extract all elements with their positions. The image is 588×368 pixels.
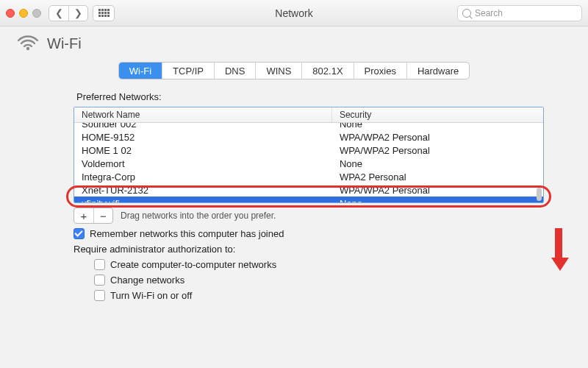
tab-bar: Wi-FiTCP/IPDNSWINS802.1XProxiesHardware [0,62,588,79]
tab-hardware[interactable]: Hardware [406,63,469,79]
show-all-button[interactable] [93,5,115,21]
grid-icon [98,9,110,17]
search-input[interactable]: Search [457,5,582,21]
back-button[interactable]: ❮ [49,6,68,21]
forward-button[interactable]: ❯ [68,6,87,21]
table-row[interactable]: HOME-9152WPA/WPA2 Personal [74,130,543,144]
cell-network-name: Sounder 002 [74,123,332,130]
preferred-networks-label: Preferred Networks: [76,91,544,102]
change-networks-checkbox[interactable] [94,275,105,286]
table-row[interactable]: VoldemortNone [74,157,543,170]
change-networks-label: Change networks [110,275,184,286]
create-adhoc-row[interactable]: Create computer-to-computer networks [94,259,544,270]
tab-wins[interactable]: WINS [255,63,301,79]
tab-wifi[interactable]: Wi-Fi [119,63,162,79]
titlebar: ❮ ❯ Network Search [0,0,588,26]
column-network-name[interactable]: Network Name [74,107,332,122]
remember-checkbox-row[interactable]: Remember networks this computer has join… [74,228,544,239]
preferred-networks-wrap: Network Name Security Sounder 002NoneHOM… [74,107,544,203]
cell-security: WPA/WPA2 Personal [332,145,543,156]
create-adhoc-checkbox[interactable] [94,259,105,270]
table-row[interactable]: xfinitywifiNone [74,197,543,202]
column-security[interactable]: Security [332,107,543,122]
toggle-wifi-checkbox[interactable] [94,290,105,301]
cell-network-name: xfinitywifi [74,198,332,203]
zoom-icon[interactable] [32,9,41,18]
add-remove-row: + − Drag networks into the order you pre… [74,208,544,224]
cell-network-name: Integra-Corp [74,171,332,183]
tab-dns[interactable]: DNS [214,63,255,79]
cell-security: WPA/WPA2 Personal [332,132,543,143]
search-placeholder: Search [475,8,503,18]
tab-tcpip[interactable]: TCP/IP [162,63,214,79]
nav-back-forward: ❮ ❯ [49,5,88,21]
window-controls [6,9,41,18]
wifi-icon [16,32,40,54]
toggle-wifi-label: Turn Wi-Fi on or off [110,290,192,301]
table-row[interactable]: Xnet-TUR-2132WPA/WPA2 Personal [74,183,543,197]
advanced-panel: Preferred Networks: Network Name Securit… [0,81,588,301]
pane-title: Wi-Fi [47,35,82,52]
table-row[interactable]: Sounder 002None [74,123,543,130]
tab-proxies[interactable]: Proxies [354,63,406,79]
cell-network-name: HOME 1 02 [74,145,332,156]
toggle-wifi-row[interactable]: Turn Wi-Fi on or off [94,290,544,301]
table-row[interactable]: Integra-CorpWPA2 Personal [74,170,543,183]
require-auth-label: Require administrator authorization to: [74,244,544,255]
cell-security: None [332,158,543,169]
remember-label: Remember networks this computer has join… [90,228,284,239]
scrollbar-thumb[interactable] [537,188,542,201]
tab-8021x[interactable]: 802.1X [301,63,353,79]
add-network-button[interactable]: + [74,208,93,223]
create-adhoc-label: Create computer-to-computer networks [110,259,276,270]
cell-network-name: HOME-9152 [74,132,332,143]
preferred-networks-table[interactable]: Network Name Security Sounder 002NoneHOM… [74,107,544,203]
drag-hint: Drag networks into the order you prefer. [121,210,276,221]
pane-header: Wi-Fi [0,26,588,57]
table-header: Network Name Security [74,107,543,123]
remove-network-button[interactable]: − [93,208,112,223]
table-row[interactable]: HOME 1 02WPA/WPA2 Personal [74,144,543,157]
cell-security: None [332,198,543,203]
change-networks-row[interactable]: Change networks [94,275,544,286]
cell-network-name: Xnet-TUR-2132 [74,185,332,196]
search-icon [462,9,471,18]
svg-point-0 [26,47,29,50]
cell-security: WPA2 Personal [332,171,543,183]
cell-network-name: Voldemort [74,158,332,169]
close-icon[interactable] [6,9,15,18]
table-body[interactable]: Sounder 002NoneHOME-9152WPA/WPA2 Persona… [74,123,543,202]
cell-security: WPA/WPA2 Personal [332,185,543,196]
remember-checkbox[interactable] [74,228,85,239]
cell-security: None [332,123,543,130]
minimize-icon[interactable] [19,9,28,18]
